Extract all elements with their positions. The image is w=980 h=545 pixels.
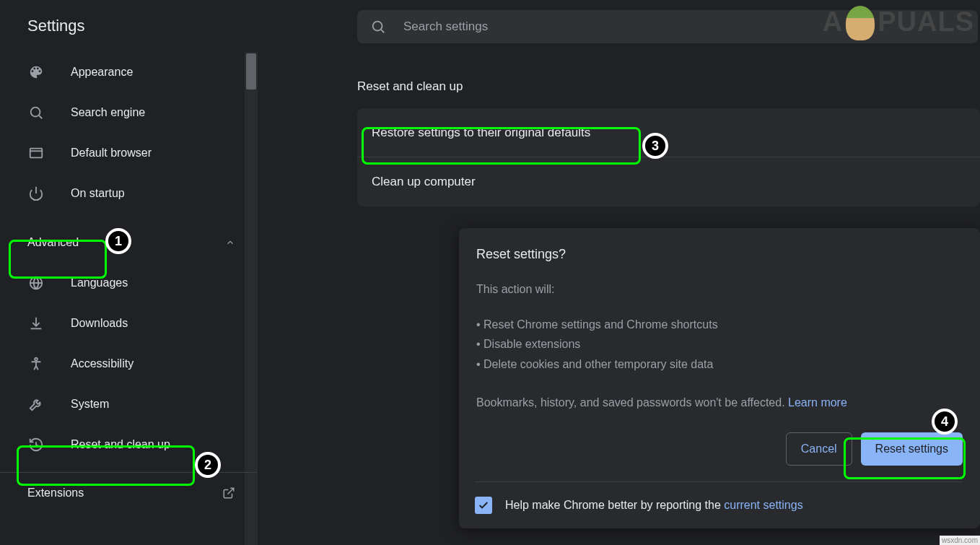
svg-line-3 [39, 115, 42, 118]
sidebar-item-label: Search engine [71, 106, 145, 119]
globe-icon [27, 274, 45, 292]
annotation-badge-1: 1 [105, 228, 131, 254]
sidebar-item-label: On startup [71, 187, 125, 200]
search-icon [370, 19, 386, 35]
svg-line-1 [381, 30, 384, 32]
watermark-source: wsxdn.com [940, 536, 980, 545]
page-title: Settings [27, 17, 85, 35]
mascot-icon [846, 6, 875, 40]
sidebar-item-search-engine[interactable]: Search engine [0, 92, 257, 133]
sidebar-item-label: Downloads [71, 317, 128, 330]
settings-card: Restore settings to their original defau… [357, 108, 980, 206]
annotation-badge-4: 4 [932, 409, 958, 435]
sidebar-item-system[interactable]: System [0, 384, 257, 424]
sidebar-item-extensions[interactable]: Extensions [0, 472, 257, 513]
dialog-title: Reset settings? [476, 247, 963, 262]
sidebar-item-label: Languages [71, 276, 128, 289]
reset-settings-button[interactable]: Reset settings [861, 432, 963, 466]
checkbox-label: Help make Chrome better by reporting the… [505, 499, 803, 512]
dialog-intro: This action will: [476, 279, 963, 299]
settings-row-label: Restore settings to their original defau… [372, 126, 590, 140]
current-settings-link[interactable]: current settings [724, 499, 802, 511]
download-icon [27, 315, 45, 332]
watermark-logo: A APPUALS PUALS [823, 6, 974, 40]
palette-icon [27, 64, 45, 81]
dialog-bullet: • Reset Chrome settings and Chrome short… [476, 315, 963, 334]
restore-icon [27, 436, 45, 453]
advanced-label: Advanced [27, 236, 79, 249]
chevron-up-icon [225, 237, 235, 248]
dialog-list: • Reset Chrome settings and Chrome short… [476, 315, 963, 374]
dialog-bullet: • Disable extensions [476, 334, 963, 354]
sidebar-item-label: Reset and clean up [71, 438, 170, 451]
main-content: Reset and clean up Restore settings to t… [357, 79, 980, 206]
svg-point-0 [373, 22, 382, 31]
sidebar-item-languages[interactable]: Languages [0, 263, 257, 303]
report-checkbox[interactable] [475, 497, 492, 514]
svg-point-11 [35, 358, 38, 361]
sidebar-item-on-startup[interactable]: On startup [0, 173, 257, 214]
svg-rect-4 [30, 149, 43, 158]
sidebar-item-accessibility[interactable]: Accessibility [0, 344, 257, 384]
sidebar-item-label: System [71, 398, 109, 411]
browser-icon [27, 144, 45, 162]
sidebar-item-label: Default browser [71, 147, 152, 160]
sidebar-item-appearance[interactable]: Appearance [0, 52, 257, 92]
settings-row-restore[interactable]: Restore settings to their original defau… [357, 108, 980, 157]
svg-point-2 [31, 108, 40, 117]
section-title: Reset and clean up [357, 79, 980, 94]
settings-row-cleanup[interactable]: Clean up computer [357, 157, 980, 206]
sidebar-item-default-browser[interactable]: Default browser [0, 133, 257, 173]
wrench-icon [27, 396, 45, 413]
extensions-label: Extensions [27, 487, 84, 500]
reset-dialog: Reset settings? This action will: • Rese… [459, 228, 980, 528]
sidebar-item-label: Appearance [71, 66, 133, 79]
dialog-footer-text: Bookmarks, history, and saved passwords … [476, 393, 963, 412]
dialog-bullet: • Delete cookies and other temporary sit… [476, 354, 963, 374]
settings-row-label: Clean up computer [372, 175, 476, 189]
sidebar-item-downloads[interactable]: Downloads [0, 303, 257, 344]
accessibility-icon [27, 355, 45, 372]
search-icon [27, 104, 45, 121]
dialog-buttons: Cancel Reset settings [476, 432, 963, 466]
sidebar-item-label: Accessibility [71, 357, 134, 370]
power-icon [27, 185, 45, 202]
open-external-icon [222, 487, 235, 500]
cancel-button[interactable]: Cancel [786, 432, 852, 466]
annotation-badge-2: 2 [195, 452, 221, 478]
learn-more-link[interactable]: Learn more [788, 396, 847, 409]
annotation-badge-3: 3 [642, 133, 668, 159]
dialog-checkbox-row: Help make Chrome better by reporting the… [475, 481, 963, 514]
